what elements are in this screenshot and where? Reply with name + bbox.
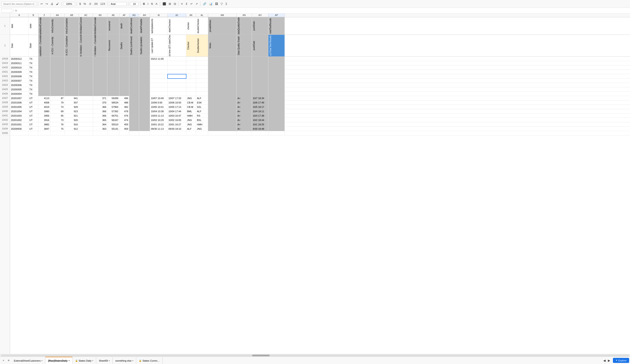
cell-10428-B[interactable]: UT: [28, 100, 38, 105]
nav-right-button[interactable]: ▶: [607, 358, 611, 363]
cell-10424-AM[interactable]: [208, 83, 236, 87]
col-header-AM[interactable]: AM: [208, 13, 236, 17]
cell-10425-AB[interactable]: [64, 87, 79, 92]
cell-10421-AC[interactable]: [79, 70, 93, 74]
cell-10421-AB[interactable]: [64, 70, 79, 74]
font-input[interactable]: [109, 2, 126, 6]
cell-1-AD[interactable]: onVentilatorCumulative: [93, 17, 107, 34]
cell-10428-Z[interactable]: 4058: [38, 100, 50, 105]
explore-button[interactable]: ✦ Explore: [613, 358, 629, 363]
cell-10422-A[interactable]: 20200308: [10, 74, 28, 79]
cell-10419-AD[interactable]: [93, 61, 107, 65]
tab-something-else[interactable]: something else ▾: [112, 357, 136, 364]
strikethrough-button[interactable]: S: [150, 2, 154, 6]
cell-10431-AL[interactable]: RS: [196, 114, 208, 118]
cell-10418-Z[interactable]: [38, 57, 50, 61]
cell-10419-AO[interactable]: [252, 61, 268, 65]
cell-10435-AF[interactable]: [120, 131, 129, 135]
cell-10423-AA[interactable]: [50, 79, 64, 83]
cell-10434-AD[interactable]: 363: [93, 127, 107, 131]
cell-10432-AL[interactable]: BSL: [196, 118, 208, 122]
cell-10431-AC[interactable]: [79, 114, 93, 118]
cell-10421-AK[interactable]: [186, 70, 196, 74]
text-color-button[interactable]: A: [155, 2, 158, 6]
cell-10424-AO[interactable]: [252, 83, 268, 87]
italic-button[interactable]: I: [147, 2, 150, 6]
cell-10429-AC[interactable]: [79, 105, 93, 109]
cell-10433-AI[interactable]: 10/01 10:22: [150, 122, 168, 127]
cell-10421-Z[interactable]: [38, 70, 50, 74]
cell-10431-AF[interactable]: 476: [120, 114, 129, 118]
cell-10427-AL[interactable]: ALF: [196, 96, 208, 100]
cell-10430-AH[interactable]: [139, 109, 150, 114]
cell-10423-AL[interactable]: [196, 79, 208, 83]
cell-10430-AP[interactable]: [268, 109, 285, 114]
zoom-input[interactable]: [63, 2, 75, 6]
cell-10424-AP[interactable]: [268, 83, 285, 87]
cell-10430-AM[interactable]: [208, 109, 236, 114]
cell-10435-AG[interactable]: [129, 131, 139, 135]
cell-10427-AN[interactable]: A+: [236, 96, 252, 100]
cell-10435-AI[interactable]: [150, 131, 168, 135]
cell-10429-AJ[interactable]: 10/05 17:13: [168, 105, 186, 109]
cell-10432-AP[interactable]: [268, 118, 285, 122]
cell-10424-AI[interactable]: [150, 83, 168, 87]
cell-10426-AN[interactable]: [236, 92, 252, 96]
cell-2-AL[interactable]: Doublechecker: [196, 35, 208, 56]
cell-10422-AF[interactable]: [120, 74, 129, 79]
cell-10430-AI[interactable]: 10/04 10:38: [150, 109, 168, 114]
cell-10435-B[interactable]: [28, 131, 38, 135]
link-button[interactable]: 🔗: [202, 2, 207, 6]
function-button[interactable]: Σ: [224, 2, 228, 6]
tab-dropdown-sheet59[interactable]: ▾: [109, 360, 110, 362]
cell-10418-AP[interactable]: [268, 57, 285, 61]
cell-10418-B[interactable]: TX: [28, 57, 38, 61]
cell-10422-AK[interactable]: [186, 74, 196, 79]
cell-10430-AJ[interactable]: 10/04 17:44: [168, 109, 186, 114]
cell-10426-AP[interactable]: [268, 92, 285, 96]
cell-10425-AO[interactable]: [252, 87, 268, 92]
cell-10425-AP[interactable]: [268, 87, 285, 92]
cell-10426-AB[interactable]: [64, 92, 79, 96]
cell-10429-AL[interactable]: DZL: [196, 105, 208, 109]
cell-10420-AL[interactable]: [196, 65, 208, 70]
cell-2-AH[interactable]: Deaths (probable): [139, 35, 150, 56]
cell-10425-AK[interactable]: [186, 87, 196, 92]
cell-10435-A[interactable]: [10, 131, 28, 135]
cell-10434-AE[interactable]: 55141: [107, 127, 120, 131]
filter-button[interactable]: ▽: [220, 2, 224, 6]
cell-10435-AM[interactable]: [208, 131, 236, 135]
cell-10420-B[interactable]: TX: [28, 65, 38, 70]
cell-10426-AG[interactable]: [129, 92, 139, 96]
cell-10424-AD[interactable]: [93, 83, 107, 87]
cell-10418-AK[interactable]: [186, 57, 196, 61]
cell-10421-B[interactable]: TX: [28, 70, 38, 74]
cell-10434-AH[interactable]: [139, 127, 150, 131]
cell-10423-Z[interactable]: [38, 79, 50, 83]
image-button[interactable]: 🖼: [214, 2, 219, 6]
cell-10418-AA[interactable]: [50, 57, 64, 61]
cell-10418-AH[interactable]: [139, 57, 150, 61]
cell-1-AE[interactable]: recovered: [107, 17, 120, 34]
cell-10427-AA[interactable]: 87: [50, 96, 64, 100]
cell-10426-AJ[interactable]: [168, 92, 186, 96]
col-header-AC[interactable]: AC: [79, 13, 93, 17]
align-button[interactable]: ≡: [180, 2, 184, 6]
cell-10423-AK[interactable]: [186, 79, 196, 83]
cell-10432-AM[interactable]: [208, 118, 236, 122]
cell-10435-Z[interactable]: [38, 131, 50, 135]
cell-10424-AB[interactable]: [64, 83, 79, 87]
cell-10432-AF[interactable]: 474: [120, 118, 129, 122]
scroll-thumb[interactable]: [252, 355, 270, 356]
tab-raw-states-daily[interactable]: [Raw]StatesDaily ▾: [45, 357, 72, 364]
cell-10424-AN[interactable]: [236, 83, 252, 87]
cell-10431-AK[interactable]: HMH: [186, 114, 196, 118]
cell-10425-B[interactable]: TX: [28, 87, 38, 92]
cell-10428-AM[interactable]: [208, 100, 236, 105]
cell-10429-Z[interactable]: 4019: [38, 105, 50, 109]
cell-10428-AC[interactable]: [79, 100, 93, 105]
cell-10433-AO[interactable]: 10/1 18:25: [252, 122, 268, 127]
cell-1-AO[interactable]: pushDate: [252, 17, 268, 34]
cell-10430-AK[interactable]: BML: [186, 109, 196, 114]
cell-10419-AP[interactable]: [268, 61, 285, 65]
